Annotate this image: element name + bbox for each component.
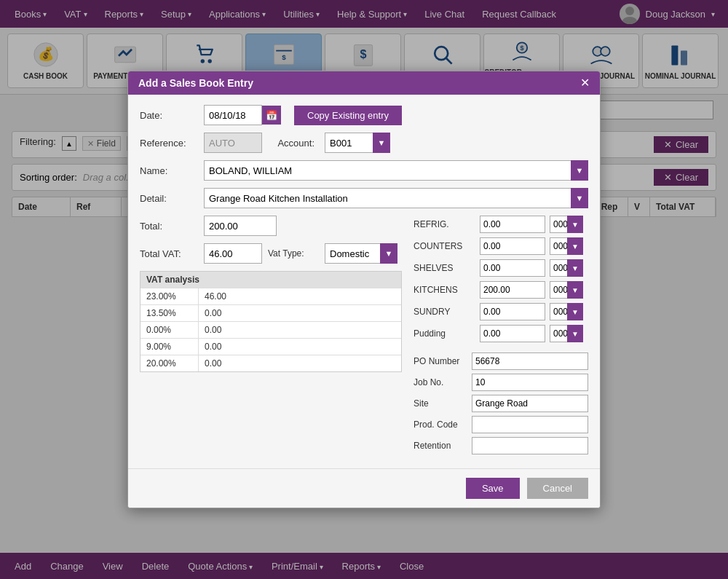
total-vat-label: Total VAT:	[140, 248, 198, 259]
detail-select-wrap: ▼	[204, 188, 588, 208]
name-select-wrap: ▼	[204, 160, 588, 181]
retention-input[interactable]	[472, 437, 588, 454]
kitchens-input[interactable]	[480, 281, 545, 299]
modal-name-row: Name: ▼	[140, 160, 588, 181]
right-field-sundry: SUNDRY ▼	[414, 303, 588, 320]
date-picker-icon[interactable]: 📅	[262, 106, 281, 125]
modal-overlay: Add a Sales Book Entry ✕ Date: 📅 Copy Ex…	[0, 0, 728, 579]
vat-pct-0: 23.00%	[141, 288, 199, 304]
detail-label: Detail:	[140, 193, 198, 204]
po-label: PO Number	[414, 356, 467, 366]
account-select-wrap: ▼	[325, 133, 390, 153]
account-input[interactable]	[325, 133, 390, 153]
refrig-code[interactable]	[550, 216, 579, 233]
vat-row-0: 23.00% 46.00	[141, 288, 401, 304]
vat-analysis-table: VAT analysis 23.00% 46.00 13.50% 0.00 0.…	[140, 271, 402, 372]
modal-add-salesbook-entry: Add a Sales Book Entry ✕ Date: 📅 Copy Ex…	[127, 71, 601, 508]
vat-analysis-header: VAT analysis	[141, 272, 401, 288]
reference-input[interactable]	[204, 133, 262, 153]
vat-val-3: 0.00	[199, 339, 401, 355]
right-field-pudding: Pudding ▼	[414, 325, 588, 342]
detail-input[interactable]	[204, 188, 588, 208]
prodcode-label: Prod. Code	[414, 420, 467, 430]
vat-val-4: 0.00	[199, 355, 401, 371]
pudding-code[interactable]	[550, 325, 579, 342]
vat-pct-1: 13.50%	[141, 305, 199, 321]
jobno-input[interactable]	[472, 374, 588, 391]
modal-footer: Save Cancel	[128, 468, 600, 508]
extra-retention-row: Retention	[414, 437, 588, 454]
total-input[interactable]	[204, 216, 277, 236]
vat-pct-2: 0.00%	[141, 322, 199, 338]
site-label: Site	[414, 398, 467, 409]
right-field-counters: COUNTERS ▼	[414, 237, 588, 255]
shelves-input[interactable]	[480, 259, 545, 277]
kitchens-code[interactable]	[550, 281, 579, 299]
reference-label: Reference:	[140, 138, 198, 149]
site-input[interactable]	[472, 395, 588, 412]
pudding-input[interactable]	[480, 325, 545, 342]
vat-row-2: 0.00% 0.00	[141, 321, 401, 338]
date-input[interactable]	[204, 105, 262, 125]
vat-pct-4: 20.00%	[141, 355, 199, 371]
sundry-code[interactable]	[550, 303, 579, 320]
copy-existing-button[interactable]: Copy Existing entry	[294, 106, 402, 125]
extra-site-row: Site	[414, 395, 588, 412]
vat-type-label: Vat Type:	[268, 248, 319, 259]
refrig-label: REFRIG.	[414, 219, 475, 229]
extra-po-row: PO Number	[414, 352, 588, 370]
modal-body: Date: 📅 Copy Existing entry Reference: A…	[128, 95, 600, 468]
account-label: Account:	[268, 138, 319, 149]
vat-row-1: 13.50% 0.00	[141, 304, 401, 321]
date-label: Date:	[140, 110, 198, 121]
right-field-kitchens: KITCHENS ▼	[414, 281, 588, 299]
vat-val-0: 46.00	[199, 288, 401, 304]
sundry-input[interactable]	[480, 303, 545, 320]
vat-type-input[interactable]	[325, 243, 397, 264]
modal-columns: Total: Total VAT: Vat Type: ▼	[140, 216, 588, 458]
total-vat-row: Total VAT: Vat Type: ▼	[140, 243, 402, 264]
modal-date-row: Date: 📅 Copy Existing entry	[140, 105, 588, 125]
pudding-label: Pudding	[414, 328, 475, 339]
vat-type-select-wrap: ▼	[325, 243, 397, 264]
right-field-shelves: SHELVES ▼	[414, 259, 588, 277]
shelves-code[interactable]	[550, 259, 579, 277]
vat-val-2: 0.00	[199, 322, 401, 338]
modal-detail-row: Detail: ▼	[140, 188, 588, 208]
counters-code[interactable]	[550, 237, 579, 255]
total-vat-input[interactable]	[204, 243, 262, 264]
extra-prodcode-row: Prod. Code	[414, 416, 588, 433]
retention-label: Retention	[414, 441, 467, 451]
counters-input[interactable]	[480, 237, 545, 255]
vat-row-4: 20.00% 0.00	[141, 355, 401, 371]
prodcode-input[interactable]	[472, 416, 588, 433]
modal-header: Add a Sales Book Entry ✕	[128, 71, 600, 95]
name-label: Name:	[140, 165, 198, 176]
jobno-label: Job No.	[414, 377, 467, 387]
refrig-input[interactable]	[480, 216, 545, 233]
sundry-label: SUNDRY	[414, 307, 475, 317]
shelves-label: SHELVES	[414, 263, 475, 273]
vat-pct-3: 9.00%	[141, 339, 199, 355]
modal-title: Add a Sales Book Entry	[138, 77, 253, 89]
vat-val-1: 0.00	[199, 305, 401, 321]
vat-row-3: 9.00% 0.00	[141, 338, 401, 355]
counters-label: COUNTERS	[414, 241, 475, 251]
total-row: Total:	[140, 216, 402, 236]
name-input[interactable]	[204, 160, 588, 181]
kitchens-label: KITCHENS	[414, 285, 475, 295]
modal-close-button[interactable]: ✕	[580, 77, 590, 89]
modal-left-col: Total: Total VAT: Vat Type: ▼	[140, 216, 402, 458]
modal-right-col: REFRIG. ▼ COUNTERS ▼	[414, 216, 588, 458]
modal-reference-row: Reference: Account: ▼	[140, 133, 588, 153]
cancel-button[interactable]: Cancel	[527, 478, 588, 499]
right-field-refrig: REFRIG. ▼	[414, 216, 588, 233]
total-label: Total:	[140, 221, 198, 232]
po-input[interactable]	[472, 352, 588, 370]
save-button[interactable]: Save	[466, 478, 520, 499]
extra-jobno-row: Job No.	[414, 374, 588, 391]
